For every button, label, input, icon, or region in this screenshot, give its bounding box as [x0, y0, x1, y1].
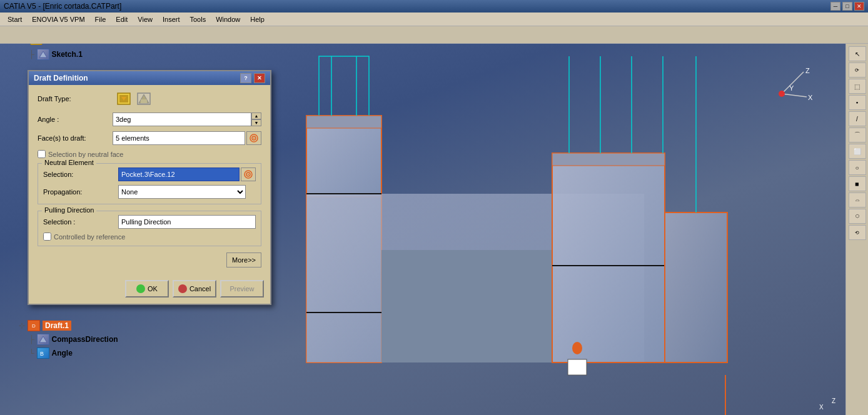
pulling-direction-group: Pulling Direction Selection : Pulling Di… — [38, 211, 261, 246]
rt-circle-btn[interactable]: ○ — [849, 160, 866, 175]
menu-tools[interactable]: Tools — [184, 14, 211, 24]
dialog-title-text: Draft Definition — [34, 74, 88, 82]
ok-label: OK — [148, 285, 158, 292]
svg-point-43 — [253, 138, 255, 139]
neutral-element-title: Neutral Element — [42, 159, 96, 166]
rt-zoom-btn[interactable]: ⬚ — [849, 79, 866, 94]
svg-rect-40 — [141, 99, 147, 103]
angle-label: Angle : — [38, 116, 113, 123]
draft-type-row: Draft Type: — [38, 91, 261, 106]
rt-fill-btn[interactable]: ◼ — [849, 176, 866, 191]
cancel-label: Cancel — [189, 285, 211, 292]
rt-select-btn[interactable]: ↖ — [849, 46, 866, 61]
neutral-selection-row: Selection: Pocket.3\Face.12 — [43, 168, 256, 181]
svg-rect-15 — [665, 212, 727, 362]
menu-insert[interactable]: Insert — [158, 14, 185, 24]
propagation-label: Propagation: — [43, 188, 118, 196]
angle-row: Angle : ▲ ▼ — [38, 112, 261, 126]
menu-file[interactable]: File — [90, 14, 111, 24]
cancel-icon — [178, 284, 187, 293]
svg-rect-8 — [552, 153, 665, 362]
rt-arc-btn[interactable]: ⌒ — [849, 128, 866, 142]
rt-misc2-btn[interactable]: ⟲ — [849, 225, 866, 240]
pulling-direction-input[interactable]: Pulling Direction — [118, 215, 256, 229]
controlled-by-reference-label: Controlled by reference — [54, 233, 125, 241]
title-bar: CATIA V5 - [Enric cortada.CATPart] ─ □ ✕ — [0, 0, 868, 12]
maximize-button[interactable]: □ — [842, 2, 852, 11]
menu-edit[interactable]: Edit — [111, 14, 133, 24]
angle-spin-up[interactable]: ▲ — [251, 112, 261, 119]
preview-label: Preview — [230, 285, 254, 292]
draft-type-icon-1[interactable] — [115, 91, 133, 106]
angle-input-container — [113, 112, 251, 126]
rt-dot-btn[interactable]: ● — [849, 95, 866, 110]
svg-text:Z: Z — [805, 67, 810, 74]
svg-point-46 — [248, 174, 249, 175]
controlled-by-reference-checkbox[interactable] — [43, 232, 51, 241]
draft-icon: D — [28, 320, 40, 331]
svg-point-27 — [779, 91, 785, 97]
dialog-close-button[interactable]: ✕ — [254, 73, 265, 83]
close-button[interactable]: ✕ — [854, 2, 864, 11]
sketch-icon — [37, 49, 49, 60]
dialog-title-bar[interactable]: Draft Definition ? ✕ — [29, 71, 270, 85]
ok-button[interactable]: OK — [125, 280, 169, 298]
svg-marker-33 — [39, 336, 47, 342]
rt-plane-btn[interactable]: ⬜ — [849, 144, 866, 159]
compass-direction-label: CompassDirection — [52, 335, 118, 344]
cancel-button[interactable]: Cancel — [173, 280, 216, 298]
svg-marker-32 — [39, 51, 47, 58]
draft-definition-dialog: Draft Definition ? ✕ Draft Type: — [28, 70, 271, 305]
neutral-selection-input[interactable]: Pocket.3\Face.12 — [118, 168, 240, 181]
sketch-label: Sketch.1 — [52, 50, 83, 59]
svg-rect-9 — [552, 153, 665, 166]
faces-value: 5 elements — [116, 134, 149, 142]
menu-enovia[interactable]: ENOVIA V5 VPM — [27, 14, 89, 24]
svg-rect-3 — [306, 116, 381, 128]
right-toolbar: ↖ ⟳ ⬚ ● / ⌒ ⬜ ○ ◼ ⌓ ⬡ ⟲ — [845, 44, 868, 415]
faces-target-icon[interactable] — [246, 131, 261, 145]
angle-icon: B — [37, 348, 49, 359]
pulling-direction-value: Pulling Direction — [121, 218, 171, 226]
rt-curve-btn[interactable]: ⌓ — [849, 192, 866, 208]
angle-input[interactable] — [113, 113, 251, 126]
pulling-selection-row: Selection : Pulling Direction — [43, 215, 256, 229]
angle-spin-down[interactable]: ▼ — [251, 119, 261, 126]
controlled-by-reference-row: Controlled by reference — [43, 232, 256, 241]
svg-line-23 — [782, 94, 807, 97]
rt-misc1-btn[interactable]: ⬡ — [849, 209, 866, 224]
selection-neutral-face-label: Selection by neutral face — [48, 151, 123, 158]
neutral-selection-value: Pocket.3\Face.12 — [121, 171, 175, 178]
rt-line-btn[interactable]: / — [849, 111, 866, 126]
svg-rect-20 — [568, 359, 587, 375]
svg-rect-5 — [381, 250, 557, 362]
menu-start[interactable]: Start — [3, 14, 27, 24]
selection-neutral-face-checkbox[interactable] — [38, 150, 46, 158]
propagation-row: Propagation: None Smooth All — [43, 185, 256, 199]
title-bar-controls: ─ □ ✕ — [830, 2, 864, 11]
more-button[interactable]: More>> — [226, 252, 261, 268]
minimize-button[interactable]: ─ — [830, 2, 840, 11]
svg-text:Z: Z — [832, 398, 835, 404]
propagation-select[interactable]: None Smooth All — [118, 185, 246, 199]
toolbar — [0, 26, 868, 44]
menu-window[interactable]: Window — [211, 14, 245, 24]
faces-to-draft-row: Face(s) to draft: 5 elements — [38, 131, 261, 145]
neutral-element-group: Neutral Element Selection: Pocket.3\Face… — [38, 163, 261, 204]
dialog-footer: OK Cancel Preview — [29, 276, 270, 304]
menu-help[interactable]: Help — [245, 14, 270, 24]
angle-label: Angle — [52, 349, 73, 358]
bottom-tree: ⊹ D Draft.1 ├ CompassDirection └ B Angle — [19, 320, 118, 359]
svg-text:X: X — [819, 404, 824, 411]
neutral-selection-target-icon[interactable] — [241, 168, 256, 181]
faces-input: 5 elements — [113, 131, 245, 145]
svg-text:Y: Y — [789, 84, 794, 92]
preview-button[interactable]: Preview — [220, 280, 264, 298]
svg-point-19 — [572, 342, 582, 354]
menu-view[interactable]: View — [133, 14, 158, 24]
dialog-help-button[interactable]: ? — [240, 73, 251, 83]
svg-text:B: B — [40, 351, 44, 357]
rt-rotate-btn[interactable]: ⟳ — [849, 62, 866, 78]
draft-type-icon-2[interactable] — [135, 91, 153, 106]
angle-spinner: ▲ ▼ — [251, 112, 261, 126]
